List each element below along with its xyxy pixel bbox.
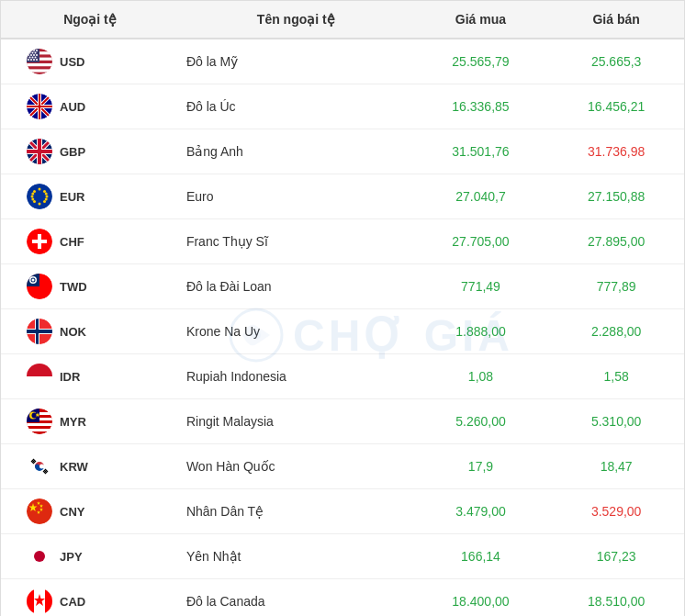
- currency-name: Đô la Mỹ: [179, 39, 413, 84]
- svg-point-52: [43, 200, 46, 203]
- table-row: CNY Nhân Dân Tệ3.479,003.529,00: [1, 489, 684, 534]
- svg-point-23: [30, 59, 32, 61]
- currency-name: Krone Na Uy: [179, 309, 413, 354]
- svg-point-45: [39, 188, 41, 191]
- table-row: USD Đô la Mỹ25.565,7925.665,3: [1, 39, 684, 84]
- svg-point-24: [33, 59, 35, 61]
- currency-name: Đô la Úc: [179, 84, 413, 129]
- price-buy: 25.565,79: [413, 39, 549, 84]
- currency-cell: TWD: [1, 264, 179, 309]
- price-sell: 3.529,00: [548, 489, 684, 534]
- currency-cell: CNY: [1, 489, 179, 534]
- price-buy: 18.400,00: [413, 579, 549, 617]
- currency-code: CHF: [60, 235, 84, 249]
- svg-point-16: [30, 54, 32, 56]
- currency-name: Euro: [179, 174, 413, 219]
- price-sell: 167,23: [548, 534, 684, 579]
- currency-code: JPY: [60, 550, 83, 564]
- svg-point-94: [34, 551, 45, 562]
- svg-point-25: [36, 59, 38, 61]
- flag-icon: [27, 274, 52, 299]
- price-sell: 31.736,98: [548, 129, 684, 174]
- currency-cell: JPY: [1, 534, 179, 579]
- table-header-row: Ngoại tệ Tên ngoại tệ Giá mua Giá bán: [1, 1, 684, 39]
- table-row: AUD Đô la Úc16.336,8516.456,21: [1, 84, 684, 129]
- svg-rect-75: [27, 429, 52, 431]
- svg-point-18: [36, 54, 38, 56]
- svg-point-53: [31, 193, 34, 196]
- currency-cell: AUD: [1, 84, 179, 129]
- svg-point-19: [29, 57, 31, 59]
- currency-code: NOK: [60, 325, 86, 339]
- currency-code: TWD: [60, 280, 87, 294]
- flag-icon: [27, 454, 52, 479]
- currency-cell: MYR: [1, 399, 179, 444]
- svg-rect-97: [45, 588, 52, 614]
- header-currency: Ngoại tệ: [1, 1, 179, 39]
- svg-rect-6: [27, 69, 52, 72]
- currency-code: KRW: [60, 460, 88, 474]
- price-sell: 2.288,00: [548, 309, 684, 354]
- table-row: GBP Bảng Anh31.501,7631.736,98: [1, 129, 684, 174]
- currency-name: Franc Thụy Sĩ: [179, 219, 413, 264]
- flag-icon: [27, 229, 52, 254]
- price-buy: 1.888,00: [413, 309, 549, 354]
- svg-point-17: [33, 54, 35, 56]
- svg-point-9: [30, 50, 32, 51]
- currency-code: AUD: [60, 100, 85, 114]
- currency-name: Rupiah Indonesia: [179, 354, 413, 399]
- flag-icon: [27, 319, 52, 344]
- svg-point-48: [46, 196, 49, 198]
- price-buy: 3.479,00: [413, 489, 549, 534]
- flag-icon: [27, 49, 52, 74]
- svg-point-21: [35, 57, 37, 59]
- table-row: CHF Franc Thụy Sĩ27.705,0027.895,00: [1, 219, 684, 264]
- price-sell: 18,47: [548, 444, 684, 489]
- flag-icon: [27, 588, 52, 614]
- currency-cell: IDR: [1, 354, 179, 399]
- price-sell: 25.665,3: [548, 39, 684, 84]
- price-sell: 16.456,21: [548, 84, 684, 129]
- svg-point-8: [28, 50, 29, 51]
- price-sell: 5.310,00: [548, 399, 684, 444]
- currency-code: GBP: [60, 145, 85, 159]
- price-buy: 5.260,00: [413, 399, 549, 444]
- price-buy: 17,9: [413, 444, 549, 489]
- currency-code: CNY: [60, 505, 84, 519]
- price-sell: 27.150,88: [548, 174, 684, 219]
- svg-point-22: [28, 59, 29, 61]
- svg-point-12: [29, 52, 31, 54]
- price-buy: 16.336,85: [413, 84, 549, 129]
- svg-rect-59: [32, 240, 47, 243]
- svg-point-54: [45, 193, 48, 196]
- svg-point-49: [33, 190, 36, 193]
- currency-cell: KRW: [1, 444, 179, 489]
- svg-rect-96: [27, 588, 34, 614]
- flag-icon: [27, 94, 52, 119]
- svg-point-11: [36, 50, 38, 51]
- header-sell: Giá bán: [548, 1, 684, 39]
- currency-name: Ringit Malaysia: [179, 399, 413, 444]
- price-sell: 18.510,00: [548, 579, 684, 617]
- table-row: MYR Ringit Malaysia5.260,005.310,00: [1, 399, 684, 444]
- svg-rect-74: [27, 423, 52, 426]
- table-row: NOK Krone Na Uy1.888,002.288,00: [1, 309, 684, 354]
- flag-icon: [27, 498, 52, 524]
- svg-point-56: [45, 198, 48, 201]
- table-row: IDR Rupiah Indonesia1,081,58: [1, 354, 684, 399]
- price-buy: 27.705,00: [413, 219, 549, 264]
- header-name: Tên ngoại tệ: [179, 1, 413, 39]
- rates-table: Ngoại tệ Tên ngoại tệ Giá mua Giá bán US…: [1, 1, 684, 616]
- table-row: KRW Won Hàn Quốc17,918,47: [1, 444, 684, 489]
- flag-icon: [27, 543, 52, 569]
- price-buy: 771,49: [413, 264, 549, 309]
- svg-point-44: [27, 184, 52, 209]
- currency-name: Đô la Canada: [179, 579, 413, 617]
- svg-point-50: [43, 190, 46, 193]
- flag-icon: [27, 139, 52, 164]
- currency-name: Nhân Dân Tệ: [179, 489, 413, 534]
- currency-code: EUR: [60, 190, 84, 204]
- svg-point-47: [31, 196, 34, 198]
- svg-point-14: [35, 52, 37, 54]
- currency-name: Yên Nhật: [179, 534, 413, 579]
